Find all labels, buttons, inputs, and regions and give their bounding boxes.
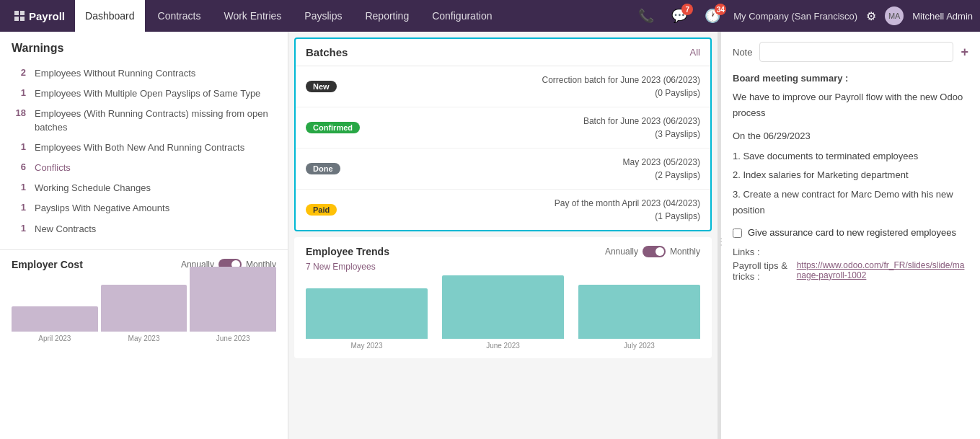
batch-info-3: Pay of the month April 2023 (04/2023) (1… — [372, 197, 700, 223]
warning-label-5: Working Schedule Changes — [35, 182, 151, 195]
chat-badge: 7 — [681, 4, 693, 15]
middle-panel: Batches All New Correction batch for Jun… — [288, 32, 718, 439]
warning-label-2: Employees (With Running Contracts) missi… — [35, 107, 276, 133]
board-body: We have to improve our Payroll flow with… — [733, 89, 968, 121]
batch-line2-2: (2 Payslips) — [372, 169, 700, 182]
note-input[interactable] — [759, 42, 953, 62]
warnings-title: Warnings — [12, 42, 276, 55]
nav-payslips[interactable]: Payslips — [294, 0, 352, 32]
bar-group-june: June 2023 — [190, 267, 276, 342]
batch-row-confirmed[interactable]: Confirmed Batch for June 2023 (06/2023) … — [296, 107, 710, 148]
board-heading: Board meeting summary : — [733, 73, 848, 84]
settings-icon[interactable]: ⚙ — [866, 9, 876, 23]
bar-label-may: May 2023 — [128, 334, 160, 342]
note-header: Note + — [733, 42, 968, 62]
batch-line1-3: Pay of the month April 2023 (04/2023) — [372, 197, 700, 210]
batch-line2-3: (1 Payslips) — [372, 210, 700, 223]
teal-bar-label-july: July 2023 — [624, 342, 655, 350]
batch-status-paid: Paid — [306, 204, 363, 216]
teal-bar-label-may: May 2023 — [351, 342, 383, 350]
note-content: Board meeting summary : We have to impro… — [733, 71, 968, 218]
note-item-1: 2. Index salaries for Marketing departme… — [733, 167, 968, 183]
warning-count-2: 18 — [12, 107, 26, 118]
left-panel: Warnings 2 Employees Without Running Con… — [0, 32, 288, 439]
note-item-2: 3. Create a new contract for Marc Demo w… — [733, 187, 968, 218]
new-employees-label: 7 New Employees — [306, 262, 700, 272]
batch-line2-0: (0 Payslips) — [372, 87, 700, 99]
checkbox-label: Give assurance card to new registered em… — [748, 227, 956, 238]
bar-label-june: June 2023 — [216, 334, 250, 342]
nav-dashboard[interactable]: Dashboard — [75, 0, 145, 32]
teal-bar-june — [442, 275, 564, 339]
batch-line1-2: May 2023 (05/2023) — [372, 156, 700, 169]
panel-separator — [718, 32, 720, 439]
warning-label-3: Employees With Both New And Running Cont… — [35, 141, 244, 154]
batch-status-new: New — [306, 81, 363, 92]
warning-row[interactable]: 1 Payslips With Negative Amounts — [12, 198, 276, 218]
note-label: Note — [733, 47, 752, 58]
checkbox-row: Give assurance card to new registered em… — [733, 227, 968, 238]
batch-row-done[interactable]: Done May 2023 (05/2023) (2 Payslips) — [296, 148, 710, 190]
trends-toggle-monthly: Monthly — [670, 247, 700, 257]
notification-icon-button[interactable]: 🕐 34 — [700, 6, 725, 25]
nav-reporting[interactable]: Reporting — [355, 0, 419, 32]
warning-row[interactable]: 18 Employees (With Running Contracts) mi… — [12, 104, 276, 137]
warning-count-7: 1 — [12, 223, 26, 234]
batch-info-0: Correction batch for June 2023 (06/2023)… — [372, 74, 700, 99]
batches-all-link[interactable]: All — [690, 47, 700, 58]
teal-bar-group-june: June 2023 — [442, 275, 564, 350]
warning-row[interactable]: 1 New Contracts — [12, 219, 276, 239]
warning-label-0: Employees Without Running Contracts — [35, 67, 195, 80]
nav-contracts[interactable]: Contracts — [148, 0, 211, 32]
warning-row[interactable]: 1 Employees With Both New And Running Co… — [12, 138, 276, 158]
batch-row-new[interactable]: New Correction batch for June 2023 (06/2… — [296, 66, 710, 107]
warning-count-6: 1 — [12, 202, 26, 213]
phone-icon-button[interactable]: 📞 — [634, 6, 658, 25]
batches-section: Batches All New Correction batch for Jun… — [294, 37, 712, 231]
employer-cost-chart: April 2023 May 2023 June 2023 — [12, 278, 276, 357]
note-add-button[interactable]: + — [961, 45, 968, 60]
batches-title: Batches — [306, 46, 348, 58]
notification-badge: 34 — [715, 4, 726, 15]
batches-header: Batches All — [296, 39, 710, 66]
batch-status-done: Done — [306, 163, 363, 174]
nav-configuration[interactable]: Configuration — [422, 0, 502, 32]
warning-row[interactable]: 1 Working Schedule Changes — [12, 178, 276, 198]
note-item-0: 1. Save documents to terminated employee… — [733, 148, 968, 164]
warning-row[interactable]: 1 Employees With Multiple Open Payslips … — [12, 84, 276, 104]
warning-row[interactable]: 6 Conflicts — [12, 158, 276, 178]
nav-work-entries[interactable]: Work Entries — [213, 0, 291, 32]
bar-label-april: April 2023 — [38, 334, 71, 342]
warning-label-7: New Contracts — [35, 223, 96, 236]
assurance-checkbox[interactable] — [733, 229, 742, 238]
user-name: Mitchell Admin — [912, 11, 973, 22]
batch-row-paid[interactable]: Paid Pay of the month April 2023 (04/202… — [296, 190, 710, 230]
bar-group-april: April 2023 — [12, 306, 98, 342]
warning-count-3: 1 — [12, 141, 26, 152]
employee-trends-toggle[interactable] — [643, 246, 666, 257]
brand-logo[interactable]: Payroll — [7, 6, 72, 27]
employer-cost-title: Employer Cost — [12, 259, 83, 270]
links-label: Links : — [733, 247, 968, 257]
avatar: MA — [885, 6, 904, 25]
teal-bar-may — [306, 288, 428, 339]
warning-row[interactable]: 2 Employees Without Running Contracts — [12, 63, 276, 84]
employee-trends-section: Employee Trends Annually Monthly 7 New E… — [294, 237, 712, 358]
teal-bar-july — [578, 285, 700, 339]
chat-icon-button[interactable]: 💬 7 — [667, 6, 692, 25]
warning-label-6: Payslips With Negative Amounts — [35, 202, 169, 215]
batch-line1-0: Correction batch for June 2023 (06/2023) — [372, 74, 700, 87]
status-badge-done: Done — [306, 163, 340, 174]
warning-count-4: 6 — [12, 161, 26, 172]
right-panel: Note + Board meeting summary : We have t… — [720, 32, 980, 439]
bar-group-may: May 2023 — [101, 285, 187, 342]
trends-header: Employee Trends Annually Monthly — [306, 246, 700, 257]
employee-trends-title: Employee Trends — [306, 246, 389, 257]
batch-info-2: May 2023 (05/2023) (2 Payslips) — [372, 156, 700, 182]
warning-count-1: 1 — [12, 87, 26, 98]
status-badge-new: New — [306, 81, 337, 92]
brand-name: Payroll — [29, 10, 65, 22]
employee-trends-chart: May 2023 June 2023 July 2023 — [306, 278, 700, 350]
payroll-tips-url[interactable]: https://www.odoo.com/fr_FR/slides/slide/… — [797, 260, 968, 280]
trends-toggle-annually: Annually — [605, 247, 638, 257]
